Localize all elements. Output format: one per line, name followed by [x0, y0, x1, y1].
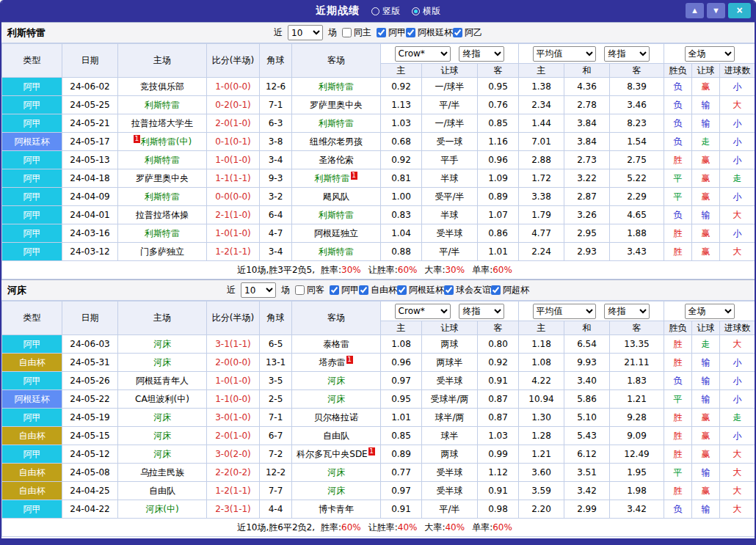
away-team-cell: 贝尔格拉诺 — [292, 409, 381, 427]
move-down-button[interactable]: ▼ — [707, 3, 725, 18]
bookmaker-odds-cell: 0.99 — [478, 445, 519, 464]
bookmaker-select[interactable]: Crow* — [395, 304, 451, 319]
scope-select[interactable]: 全场 — [685, 46, 735, 62]
average-select[interactable]: 平均值 — [533, 46, 596, 62]
league-checkbox[interactable]: 阿甲 — [330, 284, 359, 296]
col-score: 比分(半场) — [207, 44, 260, 78]
same-venue-checkbox[interactable]: 同主 — [342, 26, 371, 39]
bookmaker-odds-cell: 0.85 — [381, 427, 422, 445]
final-odds-select-2[interactable]: 终指 — [604, 304, 650, 319]
corner-cell: 6-5 — [260, 335, 292, 354]
team-name-text: 利斯特雷 — [145, 191, 180, 202]
league-checkbox-input[interactable] — [359, 285, 368, 295]
league-checkbox[interactable]: 球会友谊 — [444, 284, 491, 296]
league-checkbox[interactable]: 阿根廷杯 — [397, 284, 444, 296]
bookmaker-odds-cell: 0.98 — [478, 500, 519, 519]
corner-cell: 7-2 — [260, 445, 292, 464]
league-type-cell: 阿甲 — [2, 243, 62, 261]
average-odds-cell: 2.95 — [564, 224, 610, 243]
team-name-text: 河床 — [153, 339, 171, 349]
average-select[interactable]: 平均值 — [533, 304, 596, 319]
league-checkbox[interactable]: 阿乙 — [453, 26, 482, 39]
team-name-text: 利斯特雷 — [145, 100, 180, 110]
match-row: 阿甲24-05-19河床3-0(1-0)7-1贝尔格拉诺1.01球半/两0.87… — [2, 409, 755, 427]
result-cell: 平 — [664, 390, 692, 409]
average-odds-cell: 3.51 — [564, 464, 610, 482]
league-checkbox[interactable]: 阿根廷杯 — [406, 26, 453, 39]
average-odds-cell: 1.54 — [610, 133, 664, 151]
league-type-cell: 自由杯 — [2, 482, 62, 500]
result-cell: 输 — [692, 114, 720, 133]
match-date-cell: 24-06-02 — [62, 78, 118, 96]
team-name-text: 利斯特雷 — [319, 246, 354, 257]
league-checkbox-input[interactable] — [397, 285, 407, 295]
team-name-text: 利斯特雷 — [319, 210, 354, 220]
corner-cell: 2-5 — [260, 390, 292, 409]
match-row: 阿根廷杯24-05-22CA坦波利(中)1-1(0-0)2-5河床0.95受球半… — [2, 390, 755, 409]
average-odds-cell: 2.87 — [564, 188, 610, 206]
bookmaker-odds-cell: 0.91 — [478, 372, 519, 390]
result-cell: 输 — [692, 206, 720, 224]
result-cell: 胜 — [664, 243, 692, 261]
scope-select[interactable]: 全场 — [685, 304, 735, 319]
league-checkbox-input[interactable] — [377, 28, 386, 37]
summary-stat: 胜率:60% — [321, 522, 361, 533]
league-checkbox-label: 阿甲 — [388, 26, 406, 39]
same-venue-checkbox-input[interactable] — [295, 285, 305, 295]
average-odds-cell: 5.10 — [564, 409, 610, 427]
layout-radio-vertical[interactable]: 竖版 — [371, 5, 400, 18]
recent-count-select[interactable]: 10 — [288, 25, 323, 40]
layout-radio-horizontal[interactable]: 横版 — [412, 5, 440, 18]
league-checkbox-input[interactable] — [453, 28, 462, 37]
score-cell: 2-3(1-1) — [207, 500, 260, 519]
league-checkbox-input[interactable] — [406, 28, 415, 37]
league-checkbox[interactable]: 阿超杯 — [491, 284, 529, 296]
bookmaker-odds-cell: 1.03 — [381, 114, 422, 133]
bookmaker-odds-cell: 半球 — [422, 169, 478, 188]
average-odds-cell: 2.73 — [564, 151, 610, 169]
same-venue-checkbox[interactable]: 同客 — [295, 284, 324, 296]
bookmaker-odds-cell: 0.89 — [381, 445, 422, 464]
team-name-text: 河床 — [327, 486, 345, 496]
score-cell: 3-0(2-0) — [207, 445, 260, 464]
bookmaker-odds-cell: 0.92 — [381, 151, 422, 169]
league-checkbox[interactable]: 阿甲 — [377, 26, 406, 39]
final-odds-select-1[interactable]: 终指 — [459, 304, 504, 319]
result-cell: 平 — [664, 188, 692, 206]
league-type-cell: 阿甲 — [2, 206, 62, 224]
match-row: 阿甲24-06-03河床3-1(1-1)6-5泰格雷1.08两球0.801.18… — [2, 335, 755, 354]
average-odds-cell: 1.08 — [519, 354, 564, 372]
bookmaker-odds-cell: 受一球 — [422, 133, 478, 151]
league-checkbox-input[interactable] — [444, 285, 454, 295]
bookmaker-odds-cell: 0.85 — [478, 114, 519, 133]
league-checkbox-input[interactable] — [330, 285, 339, 295]
move-up-button[interactable]: ▲ — [686, 3, 704, 18]
bookmaker-select[interactable]: Crow* — [395, 46, 451, 62]
match-row: 阿甲24-03-12门多萨独立1-2(1-1)3-4利斯特雷0.88平/半1.0… — [2, 243, 755, 261]
bookmaker-odds-cell: 0.95 — [478, 78, 519, 96]
result-cell: 大 — [720, 243, 755, 261]
radio-icon — [412, 7, 420, 15]
final-odds-select-2[interactable]: 终指 — [604, 46, 650, 62]
home-team-cell: 竞技俱乐部 — [118, 78, 207, 96]
result-cell: 胜 — [664, 354, 692, 372]
bookmaker-odds-cell: 平/半 — [422, 243, 478, 261]
league-checkbox[interactable]: 自由杯 — [359, 284, 397, 296]
bookmaker-odds-cell: 受球半/两 — [422, 390, 478, 409]
close-button[interactable]: × — [728, 3, 751, 18]
away-team-cell: 科尔多瓦中央SDE1 — [292, 445, 381, 464]
average-odds-cell: 4.77 — [519, 224, 564, 243]
result-cell: 大 — [720, 445, 755, 464]
result-cell: 负 — [664, 96, 692, 114]
result-cell: 输 — [692, 96, 720, 114]
same-venue-checkbox-input[interactable] — [342, 28, 352, 37]
average-odds-header: 平均值 终指 — [519, 44, 664, 64]
league-checkbox-input[interactable] — [491, 285, 501, 295]
recent-count-select[interactable]: 10 — [241, 282, 276, 298]
final-odds-select-1[interactable]: 终指 — [459, 46, 504, 62]
average-odds-cell: 2.24 — [519, 243, 564, 261]
same-venue-label: 同客 — [307, 284, 324, 296]
league-type-cell: 阿甲 — [2, 188, 62, 206]
average-odds-cell: 6.54 — [564, 335, 610, 354]
col-away: 客场 — [292, 301, 381, 335]
